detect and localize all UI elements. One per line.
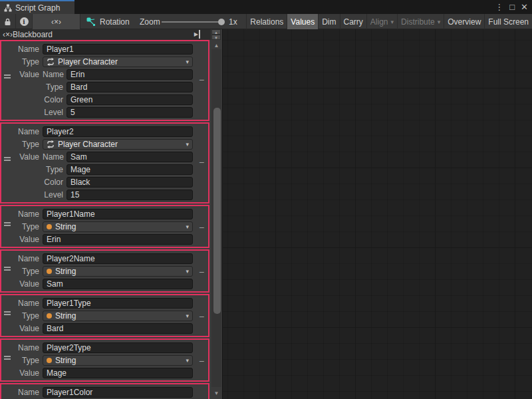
tab-bar: Script Graph ⋮ □ ✕	[0, 0, 532, 14]
overview-button[interactable]: Overview	[444, 14, 484, 29]
lock-button[interactable]	[0, 14, 16, 29]
remove-variable-button[interactable]: −	[198, 74, 205, 85]
value-sub-field[interactable]: Black	[66, 177, 193, 188]
variable-group-player1color[interactable]: Name Player1Color	[0, 383, 209, 399]
value-sub-field[interactable]: 5	[66, 107, 193, 118]
drag-handle-icon[interactable]	[4, 311, 11, 315]
scrollbar-track[interactable]	[211, 49, 221, 387]
blackboard-title: Blackboard	[13, 30, 53, 39]
chevron-down-icon: ▾	[391, 19, 394, 25]
variable-group-player2[interactable]: − Name Player2 Type Player Character ▾ V…	[0, 122, 209, 203]
scroll-down-icon[interactable]: ▼	[211, 390, 222, 396]
variable-name-field[interactable]: Player1Type	[43, 298, 193, 309]
blackboard-header: ‹×› Blackboard ▶	[0, 29, 211, 40]
variable-group-player2type[interactable]: − Name Player2Type Type String ▾ Value M…	[0, 338, 209, 382]
spinner-down-icon[interactable]: ▼	[211, 35, 221, 40]
remove-variable-button[interactable]: −	[198, 157, 205, 168]
variable-name-field[interactable]: Player1Color	[43, 387, 193, 398]
graph-toolbar: i ‹×› Rotation Zoom 1x Relations Values …	[0, 14, 532, 29]
variable-group-player2name[interactable]: − Name Player2Name Type String ▾ Value S…	[0, 249, 209, 293]
info-icon: i	[20, 17, 29, 26]
variable-group-player1name[interactable]: − Name Player1Name Type String ▾ Value E…	[0, 205, 209, 248]
string-type-icon	[47, 358, 52, 363]
variable-value-field[interactable]: Mage	[43, 368, 193, 378]
info-button[interactable]: i	[16, 14, 33, 29]
remove-variable-button[interactable]: −	[198, 311, 205, 322]
variable-type-dropdown[interactable]: String ▾	[43, 311, 193, 321]
inspect-icon: ‹×›	[51, 17, 61, 27]
remove-variable-button[interactable]: −	[198, 222, 205, 233]
variable-type-dropdown[interactable]: String ▾	[43, 355, 193, 366]
string-type-icon	[47, 269, 52, 274]
value-sub-field[interactable]: 15	[66, 190, 193, 200]
dock-panel-icon[interactable]: ▶	[194, 30, 200, 39]
variable-value-field[interactable]: Bard	[43, 323, 193, 334]
tab-title: Script Graph	[15, 3, 60, 13]
graph-icon	[4, 4, 12, 12]
zoom-value: 1x	[229, 17, 237, 27]
drag-handle-icon[interactable]	[4, 222, 11, 226]
zoom-slider-knob[interactable]	[218, 19, 225, 25]
variable-value-field[interactable]: Sam	[43, 279, 193, 289]
window-menu-icon[interactable]: ⋮	[495, 2, 503, 12]
maximize-icon[interactable]: □	[509, 2, 515, 12]
variable-type-dropdown[interactable]: Player Character ▾	[43, 57, 193, 67]
variable-name-field[interactable]: Player1	[43, 44, 193, 55]
remove-variable-button[interactable]: −	[198, 356, 205, 366]
blackboard-panel: − Name Player1 Type Player Character ▾ V…	[0, 40, 211, 399]
tab-script-graph[interactable]: Script Graph	[0, 0, 74, 14]
scrollbar-thumb[interactable]	[213, 108, 221, 314]
drag-handle-icon[interactable]	[4, 74, 11, 78]
spinner-up-icon[interactable]: ▲	[211, 29, 221, 35]
variable-name-field[interactable]: Player2Name	[43, 253, 193, 264]
panel-scroll-spinner[interactable]: ▲ ▼	[211, 29, 221, 40]
chevron-down-icon: ▾	[186, 268, 189, 275]
value-sub-field[interactable]: Green	[66, 94, 193, 105]
chevron-down-icon: ▾	[186, 313, 189, 319]
carry-button[interactable]: Carry	[340, 14, 366, 29]
variable-name-field[interactable]: Player2	[43, 126, 193, 137]
string-type-icon	[47, 224, 52, 229]
scrollbar-column: ▲ ▼ ▲ ▼	[211, 29, 222, 399]
full-screen-button[interactable]: Full Screen	[484, 14, 532, 29]
dim-button[interactable]: Dim	[318, 14, 339, 29]
chevron-down-icon: ▾	[186, 141, 189, 148]
value-sub-field[interactable]: Mage	[66, 164, 193, 175]
align-dropdown: Align ▾	[366, 14, 397, 29]
variables-icon: ‹×›	[3, 30, 13, 39]
relations-button[interactable]: Relations	[246, 14, 287, 29]
distribute-dropdown: Distribute ▾	[397, 14, 444, 29]
variable-value-field[interactable]: Erin	[43, 234, 193, 245]
chevron-down-icon: ▾	[186, 59, 189, 65]
variable-group-player1type[interactable]: − Name Player1Type Type String ▾ Value B…	[0, 294, 209, 337]
variable-name-field[interactable]: Player2Type	[43, 342, 193, 353]
drag-handle-icon[interactable]	[4, 356, 11, 360]
variable-type-dropdown[interactable]: String ▾	[43, 266, 193, 277]
variable-group-player1[interactable]: − Name Player1 Type Player Character ▾ V…	[0, 40, 209, 121]
inspect-toggle-button[interactable]: ‹×›	[33, 14, 80, 29]
scroll-up-icon[interactable]: ▲	[211, 43, 222, 49]
drag-handle-icon[interactable]	[4, 267, 11, 271]
lock-icon	[4, 18, 11, 26]
zoom-slider-track[interactable]	[162, 21, 224, 23]
value-sub-field[interactable]: Erin	[66, 69, 193, 80]
remove-variable-button[interactable]: −	[198, 267, 205, 277]
rotation-label: Rotation	[100, 17, 130, 27]
close-icon[interactable]: ✕	[521, 2, 528, 12]
variable-type-dropdown[interactable]: String ▾	[43, 221, 193, 232]
variable-name-field[interactable]: Player1Name	[43, 209, 193, 219]
player-character-icon	[47, 140, 55, 148]
rotation-indicator: Rotation	[86, 14, 130, 29]
player-character-icon	[47, 58, 55, 66]
zoom-label: Zoom	[140, 17, 160, 27]
graph-canvas[interactable]	[222, 29, 532, 399]
variable-type-dropdown[interactable]: Player Character ▾	[43, 139, 193, 150]
value-sub-field[interactable]: Sam	[66, 152, 193, 162]
chevron-down-icon: ▾	[186, 223, 189, 230]
value-sub-field[interactable]: Bard	[66, 82, 193, 92]
rotation-node-icon	[86, 17, 96, 27]
string-type-icon	[47, 313, 52, 319]
values-button[interactable]: Values	[287, 14, 318, 29]
chevron-down-icon: ▾	[438, 19, 441, 25]
drag-handle-icon[interactable]	[4, 157, 11, 161]
